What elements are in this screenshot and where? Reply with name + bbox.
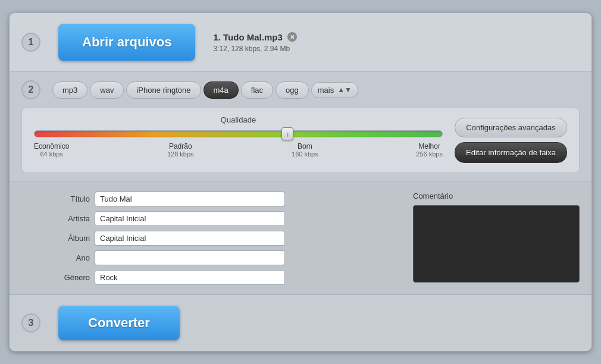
track-fields: Título Artista Álbum Ano Gênero	[57, 192, 401, 285]
mark-bom-label: Bom	[292, 142, 318, 150]
mark-melhor-value: 256 kbps	[416, 150, 443, 158]
genre-row: Gênero	[57, 270, 401, 285]
slider-container	[34, 130, 443, 137]
comment-section: Comentário	[413, 192, 580, 285]
app-container: 1 Abrir arquivos 1. Tudo Mal.mp3 ✕ 3:12,…	[9, 12, 592, 352]
section-convert: 3 Converter	[10, 295, 591, 351]
year-input[interactable]	[95, 250, 285, 265]
file-meta-text: 3:12, 128 kbps, 2.94 Mb	[213, 45, 296, 53]
quality-slider-area: Qualidade Econômico 64 kbps Padrão 128 k…	[34, 115, 443, 158]
tab-m4a[interactable]: m4a	[204, 81, 239, 99]
mark-economico-label: Econômico	[34, 142, 69, 150]
convert-button[interactable]: Converter	[58, 306, 180, 340]
quality-label: Qualidade	[34, 115, 443, 124]
comment-textarea[interactable]	[413, 205, 580, 283]
comment-label: Comentário	[413, 192, 580, 200]
mark-melhor-label: Melhor	[416, 142, 443, 150]
step-3-circle: 3	[21, 313, 40, 332]
tab-mp3[interactable]: mp3	[52, 81, 87, 99]
file-info: 1. Tudo Mal.mp3 ✕ 3:12, 128 kbps, 2.94 M…	[213, 32, 296, 53]
mark-bom-value: 160 kbps	[292, 150, 318, 158]
quality-section: Qualidade Econômico 64 kbps Padrão 128 k…	[21, 108, 580, 173]
mark-padrao-value: 128 kbps	[167, 150, 194, 158]
album-row: Álbum	[57, 231, 401, 246]
section-track-info: Título Artista Álbum Ano Gênero Comentár…	[10, 182, 591, 295]
album-label: Álbum	[57, 234, 90, 243]
mark-economico: Econômico 64 kbps	[34, 142, 69, 158]
slider-thumb[interactable]	[281, 127, 293, 140]
mark-economico-value: 64 kbps	[34, 150, 69, 158]
tab-ogg[interactable]: ogg	[276, 81, 309, 99]
artist-label: Artista	[57, 214, 90, 223]
section-format: 2 mp3 wav iPhone ringtone m4a flac ogg m…	[10, 72, 591, 182]
format-header: 2 mp3 wav iPhone ringtone m4a flac ogg m…	[21, 80, 580, 99]
artist-row: Artista	[57, 211, 401, 226]
section-open-files: 1 Abrir arquivos 1. Tudo Mal.mp3 ✕ 3:12,…	[10, 13, 591, 72]
mark-padrao: Padrão 128 kbps	[167, 142, 194, 158]
slider-marks: Econômico 64 kbps Padrão 128 kbps Bom 16…	[34, 142, 443, 158]
tab-flac[interactable]: flac	[241, 81, 273, 99]
year-label: Ano	[57, 253, 90, 262]
more-formats-dropdown[interactable]: mais ▲▼	[311, 82, 358, 98]
step-2-circle: 2	[21, 80, 40, 99]
more-label: mais	[318, 86, 334, 95]
dropdown-arrow-icon: ▲▼	[337, 86, 352, 94]
step-1-circle: 1	[21, 33, 40, 52]
format-tabs: mp3 wav iPhone ringtone m4a flac ogg mai…	[52, 81, 358, 99]
file-name-row: 1. Tudo Mal.mp3 ✕	[213, 32, 296, 42]
mark-melhor: Melhor 256 kbps	[416, 142, 443, 158]
artist-input[interactable]	[95, 211, 285, 226]
open-files-button[interactable]: Abrir arquivos	[58, 24, 195, 61]
file-close-button[interactable]: ✕	[287, 32, 297, 42]
slider-track	[34, 130, 443, 137]
file-name-text: 1. Tudo Mal.mp3	[213, 32, 282, 42]
quality-buttons: Configurações avançadas Editar informaçã…	[455, 115, 567, 163]
title-label: Título	[57, 194, 90, 203]
tab-iphone-ringtone[interactable]: iPhone ringtone	[126, 81, 201, 99]
title-input[interactable]	[95, 192, 285, 206]
album-input[interactable]	[95, 231, 285, 246]
genre-label: Gênero	[57, 273, 90, 282]
edit-track-button[interactable]: Editar informação de faixa	[455, 142, 567, 163]
genre-input[interactable]	[95, 270, 285, 285]
advanced-settings-button[interactable]: Configurações avançadas	[455, 118, 567, 137]
mark-padrao-label: Padrão	[167, 142, 194, 150]
year-row: Ano	[57, 250, 401, 265]
mark-bom: Bom 160 kbps	[292, 142, 318, 158]
title-row: Título	[57, 192, 401, 206]
tab-wav[interactable]: wav	[90, 81, 124, 99]
